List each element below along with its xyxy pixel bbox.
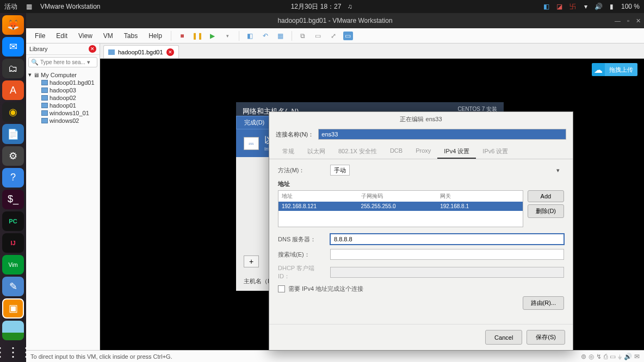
menu-view[interactable]: View: [74, 31, 97, 41]
tree-vm-2[interactable]: hadoop02: [28, 94, 97, 102]
search-domain-label: 搜索域(E)：: [278, 251, 325, 259]
tree-vm-1[interactable]: hadoop03: [28, 86, 97, 94]
window-minimize-icon[interactable]: —: [615, 17, 621, 24]
method-label: 方法(M)：: [278, 166, 325, 174]
search-dropdown-icon[interactable]: ▾: [87, 59, 95, 66]
add-address-button[interactable]: Add: [528, 190, 564, 202]
addresses-table[interactable]: 地址 子网掩码 网关 192.168.8.121 255.255.255.0 1…: [278, 190, 523, 227]
method-select[interactable]: 手动: [330, 165, 350, 176]
delete-address-button[interactable]: 删除(D): [528, 204, 564, 218]
dock-image-icon[interactable]: [2, 321, 24, 340]
tab-general[interactable]: 常规: [276, 145, 301, 159]
dock-help-icon[interactable]: ?: [2, 168, 24, 188]
volume-icon[interactable]: 🔊: [595, 3, 603, 10]
library-search[interactable]: 🔍 ▾: [28, 57, 97, 67]
status-net-icon[interactable]: ↯: [596, 353, 602, 360]
cancel-button[interactable]: Cancel: [485, 330, 522, 345]
clock-label[interactable]: 12月30日 18：27: [291, 3, 342, 10]
battery-icon[interactable]: ▮: [608, 3, 616, 10]
addresses-header: 地址: [278, 180, 564, 188]
toolbar-snapshot-icon[interactable]: ◧: [245, 30, 256, 41]
tree-vm-3[interactable]: hadoop01: [28, 102, 97, 109]
dock-software-icon[interactable]: A: [2, 80, 24, 100]
dock-vim-icon[interactable]: Vim: [2, 255, 24, 274]
tab-ipv6[interactable]: IPv6 设置: [476, 145, 515, 159]
dock-terminal-icon[interactable]: $_: [2, 190, 24, 209]
toolbar-manage-icon[interactable]: ▦: [275, 30, 286, 41]
add-interface-button[interactable]: +: [244, 255, 259, 267]
dock-files-icon[interactable]: 🗂: [2, 59, 24, 78]
dock-thunderbird-icon[interactable]: ✉: [2, 37, 24, 57]
window-title: hadoop01.bgd01 - VMware Workstation: [277, 17, 392, 24]
dock-show-apps-icon[interactable]: ⋮⋮⋮: [2, 342, 24, 362]
dock-firefox-icon[interactable]: 🦊: [2, 15, 24, 35]
tree-root-label: My Computer: [41, 72, 77, 78]
search-domain-input[interactable]: [330, 249, 564, 260]
toolbar-play-dropdown-icon[interactable]: ▾: [222, 30, 233, 41]
library-title: Library: [29, 46, 48, 52]
dock-gedit-icon[interactable]: ✎: [2, 277, 24, 296]
menu-tabs[interactable]: Tabs: [120, 31, 142, 41]
activities-label[interactable]: 活动: [4, 2, 17, 11]
tray-icon-2[interactable]: ◪: [556, 3, 564, 10]
vm-console[interactable]: ☁ 拖拽上传 网络和主机名(_N) CENTOS 7 安装 完成(D) 帮助！ …: [100, 59, 644, 350]
tab-proxy[interactable]: Proxy: [409, 145, 437, 159]
tab-vm[interactable]: hadoop01.bgd01 ✕: [103, 45, 179, 58]
status-sound-icon[interactable]: 🔊: [624, 353, 632, 360]
dock-pycharm-icon[interactable]: PC: [2, 211, 24, 231]
tab-dcb[interactable]: DCB: [383, 145, 409, 159]
vm-icon: [41, 103, 48, 108]
toolbar-stretch-icon[interactable]: ▭: [343, 32, 353, 40]
menu-edit[interactable]: Edit: [52, 31, 72, 41]
library-search-input[interactable]: [40, 59, 87, 65]
window-maximize-icon[interactable]: ▫: [627, 17, 629, 24]
tab-ipv4[interactable]: IPv4 设置: [437, 145, 476, 159]
status-display-icon[interactable]: ▭: [610, 353, 616, 360]
menu-file[interactable]: File: [30, 31, 49, 41]
window-close-icon[interactable]: ✕: [636, 17, 641, 24]
dock-vmware-icon[interactable]: ▣: [2, 298, 24, 318]
menu-vm[interactable]: VM: [99, 31, 117, 41]
status-usb-icon[interactable]: ⏚: [618, 353, 622, 360]
tree-vm-label: windows10_01: [49, 110, 89, 116]
dock-writer-icon[interactable]: 📄: [2, 124, 24, 143]
upload-button[interactable]: ☁ 拖拽上传: [592, 63, 637, 76]
dock-settings-icon[interactable]: ⚙: [2, 146, 24, 166]
toolbar-revert-icon[interactable]: ↶: [260, 30, 271, 41]
tab-label: hadoop01.bgd01: [118, 49, 163, 55]
tree-root[interactable]: ▾ 🖥 My Computer: [28, 71, 97, 79]
status-print-icon[interactable]: ⎙: [604, 353, 608, 360]
tab-close-icon[interactable]: ✕: [166, 48, 174, 56]
tray-icon-3[interactable]: 卐: [569, 3, 577, 10]
chevron-down-icon: ▾: [28, 71, 32, 78]
toolbar-play-icon[interactable]: ▶: [207, 30, 218, 41]
status-disk-icon[interactable]: ⊚: [581, 353, 586, 360]
tab-ethernet[interactable]: 以太网: [301, 145, 332, 159]
status-msg-icon[interactable]: ✉: [634, 353, 640, 360]
dns-input[interactable]: [330, 234, 564, 245]
toolbar-unity-icon[interactable]: ⧉: [298, 30, 308, 41]
connection-name-input[interactable]: [318, 129, 566, 140]
tree-vm-4[interactable]: windows10_01: [28, 109, 97, 117]
tray-icon-1[interactable]: ◧: [543, 3, 550, 10]
dock-intellij-icon[interactable]: IJ: [2, 233, 24, 253]
save-button[interactable]: 保存(S): [527, 330, 565, 345]
dock-rhythmbox-icon[interactable]: ◉: [2, 102, 24, 122]
tree-vm-0[interactable]: hadoop01.bgd01: [28, 79, 97, 86]
toolbar-console-icon[interactable]: ▭: [313, 30, 324, 41]
address-row[interactable]: 192.168.8.121 255.255.255.0 192.168.8.1: [278, 202, 523, 211]
status-cd-icon[interactable]: ◎: [589, 353, 594, 360]
toolbar-stop-icon[interactable]: ■: [177, 30, 188, 41]
vm-icon: [41, 95, 48, 101]
require-ipv4-checkbox[interactable]: [278, 285, 285, 292]
toolbar-fullscreen-icon[interactable]: ⤢: [328, 30, 339, 41]
toolbar-pause-icon[interactable]: ❚❚: [192, 30, 203, 41]
tree-vm-5[interactable]: windows02: [28, 117, 97, 124]
wifi-icon[interactable]: ▾: [582, 3, 590, 10]
tab-8021x[interactable]: 802.1X 安全性: [332, 145, 383, 159]
menu-help[interactable]: Help: [144, 31, 166, 41]
notification-bell-icon[interactable]: ♫: [348, 3, 352, 10]
library-close-icon[interactable]: ✕: [89, 45, 96, 53]
routes-button[interactable]: 路由(R)...: [523, 296, 564, 310]
done-button[interactable]: 完成(D): [236, 116, 273, 129]
